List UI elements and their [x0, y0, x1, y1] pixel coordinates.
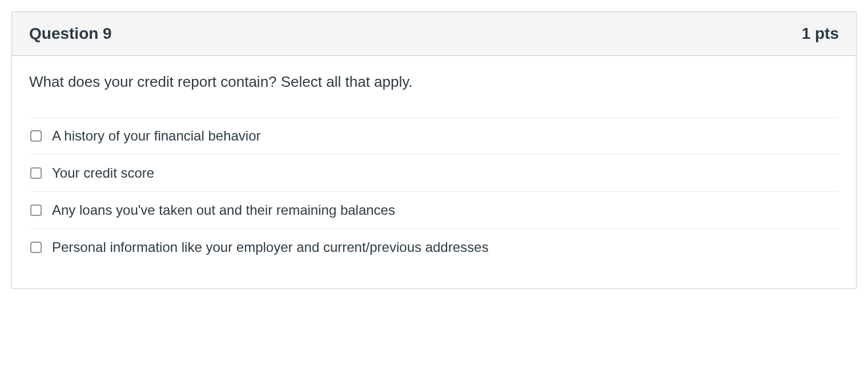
question-points: 1 pts [802, 25, 839, 43]
question-body: What does your credit report contain? Se… [12, 56, 856, 288]
answer-label: A history of your financial behavior [52, 128, 261, 144]
question-prompt: What does your credit report contain? Se… [29, 73, 839, 91]
answer-option: Personal information like your employer … [29, 228, 839, 266]
answer-label: Personal information like your employer … [52, 239, 488, 255]
question-card: Question 9 1 pts What does your credit r… [11, 11, 857, 289]
question-title: Question 9 [29, 25, 112, 43]
checkbox-icon [30, 167, 42, 179]
answer-option-0[interactable]: A history of your financial behavior [29, 128, 839, 144]
answer-label: Your credit score [52, 165, 154, 181]
answer-option-2[interactable]: Any loans you've taken out and their rem… [29, 202, 839, 218]
answer-option-3[interactable]: Personal information like your employer … [29, 239, 839, 255]
checkbox-icon [30, 204, 42, 216]
checkbox-icon [30, 130, 42, 142]
question-header: Question 9 1 pts [12, 12, 856, 56]
answer-option-1[interactable]: Your credit score [29, 165, 839, 181]
answer-option: A history of your financial behavior [29, 117, 839, 154]
answer-label: Any loans you've taken out and their rem… [52, 202, 395, 218]
checkbox-icon [30, 242, 42, 253]
answer-option: Any loans you've taken out and their rem… [29, 191, 839, 228]
answer-option: Your credit score [29, 154, 839, 191]
